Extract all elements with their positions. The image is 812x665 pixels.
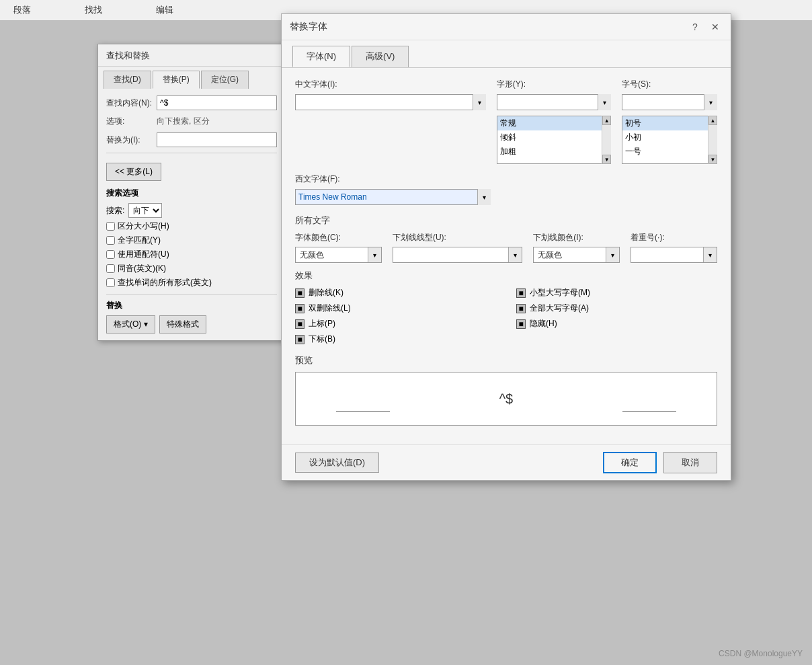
effect-all-caps[interactable]: ■ 全部大写字母(A) bbox=[516, 303, 717, 314]
font-color-dropdown[interactable]: 无颜色 ▾ bbox=[295, 247, 382, 263]
topbar-edit: 编辑 bbox=[156, 4, 173, 16]
cb-double-strikethrough-label: 双删除线(L) bbox=[309, 303, 351, 314]
checkbox-allforms[interactable]: 查找单词的所有形式(英文) bbox=[106, 277, 277, 288]
search-dropdown[interactable]: 向下 bbox=[128, 203, 162, 218]
underline-style-dropdown[interactable]: ▾ bbox=[393, 247, 522, 263]
find-replace-dialog: 查找和替换 查找(D) 替换(P) 定位(G) 查找内容(N): 选项: 向下搜… bbox=[97, 44, 286, 341]
dialog-tabs[interactable]: 字体(N) 高级(V) bbox=[282, 40, 731, 68]
dialog-titlebar: 替换字体 ? ✕ bbox=[282, 14, 731, 40]
checkbox-wildcard[interactable]: 使用通配符(U) bbox=[106, 249, 277, 260]
effect-subscript[interactable]: ■ 下标(B) bbox=[295, 334, 496, 345]
cb-strikethrough-label: 删除线(K) bbox=[309, 287, 343, 299]
replace-input[interactable] bbox=[157, 132, 277, 147]
search-options-title: 搜索选项 bbox=[106, 188, 277, 199]
ok-button[interactable]: 确定 bbox=[603, 452, 657, 473]
all-text-row: 字体颜色(C): 无颜色 ▾ 下划线线型(U): ▾ 下划线颜色(I): 无颜色 bbox=[295, 232, 717, 263]
style-dropdown-btn[interactable]: ▾ bbox=[598, 94, 611, 110]
search-options-section: 搜索选项 搜索: 向下 区分大小写(H) 全字匹配(Y) 使用通配符(U) bbox=[106, 188, 277, 288]
style-item-regular[interactable]: 常规 bbox=[497, 116, 610, 130]
cb-hidden[interactable]: ■ bbox=[516, 319, 526, 329]
tab-advanced[interactable]: 高级(V) bbox=[352, 46, 409, 67]
tab-replace[interactable]: 替换(P) bbox=[153, 71, 200, 89]
effects-grid: ■ 删除线(K) ■ 双删除线(L) ■ 上标(P) ■ 下标(B) bbox=[295, 287, 717, 345]
find-replace-tabs[interactable]: 查找(D) 替换(P) 定位(G) bbox=[98, 67, 285, 89]
font-color-label: 字体颜色(C): bbox=[295, 232, 382, 243]
style-group: 字形(Y): ▾ bbox=[497, 79, 611, 110]
dialog-content: 中文字体(I): ▾ 字形(Y): ▾ 字号(S): ▾ bbox=[282, 68, 731, 444]
effect-small-caps[interactable]: ■ 小型大写字母(M) bbox=[516, 287, 717, 299]
emphasis-label: 着重号(·): bbox=[631, 232, 717, 243]
format-button[interactable]: 格式(O) ▾ bbox=[106, 315, 155, 334]
dialog-title: 替换字体 bbox=[290, 21, 327, 33]
underline-style-dropdown-btn[interactable]: ▾ bbox=[508, 247, 522, 262]
style-item-bold[interactable]: 加粗 bbox=[497, 145, 610, 159]
style-scroll-up[interactable]: ▲ bbox=[602, 116, 611, 125]
effect-hidden[interactable]: ■ 隐藏(H) bbox=[516, 318, 717, 329]
size-input-wrap: ▾ bbox=[622, 94, 717, 110]
cn-font-input[interactable] bbox=[295, 94, 486, 110]
find-input[interactable] bbox=[157, 95, 277, 110]
size-item-yihao[interactable]: 一号 bbox=[622, 145, 717, 159]
style-scrollbar[interactable]: ▲ ▼ bbox=[602, 116, 611, 164]
cb-wholeword[interactable] bbox=[106, 236, 115, 245]
western-font-input[interactable] bbox=[295, 189, 491, 205]
preview-line-right bbox=[622, 411, 676, 412]
effect-strikethrough[interactable]: ■ 删除线(K) bbox=[295, 287, 496, 299]
style-input[interactable] bbox=[497, 94, 611, 110]
checkbox-homophones[interactable]: 同音(英文)(K) bbox=[106, 263, 277, 274]
emphasis-dropdown[interactable]: ▾ bbox=[631, 247, 717, 263]
emphasis-dropdown-btn[interactable]: ▾ bbox=[703, 247, 717, 262]
size-item-chuhao[interactable]: 初号 bbox=[622, 116, 717, 130]
replace-row: 替换为(I): bbox=[106, 132, 277, 147]
style-input-wrap: ▾ bbox=[497, 94, 611, 110]
cb-homophones[interactable] bbox=[106, 264, 115, 273]
set-default-button[interactable]: 设为默认值(D) bbox=[295, 453, 379, 473]
cb-superscript-label: 上标(P) bbox=[309, 318, 335, 329]
style-listbox[interactable]: 常规 倾斜 加粗 bbox=[497, 116, 611, 164]
preview-box: ^$ bbox=[295, 372, 717, 426]
size-input[interactable] bbox=[622, 94, 717, 110]
font-color-dropdown-btn[interactable]: ▾ bbox=[368, 247, 381, 262]
effect-double-strikethrough[interactable]: ■ 双删除线(L) bbox=[295, 303, 496, 314]
style-scroll-down[interactable]: ▼ bbox=[602, 155, 611, 164]
cancel-button[interactable]: 取消 bbox=[663, 452, 717, 473]
replace-label: 替换为(I): bbox=[106, 134, 157, 146]
style-scroll-track bbox=[602, 125, 611, 155]
effect-superscript[interactable]: ■ 上标(P) bbox=[295, 318, 496, 329]
cb-allforms[interactable] bbox=[106, 278, 115, 287]
emphasis-value bbox=[631, 253, 703, 256]
size-dropdown-btn[interactable]: ▾ bbox=[704, 94, 717, 110]
special-format-button[interactable]: 特殊格式 bbox=[159, 315, 206, 334]
cb-casesensitive-label: 区分大小写(H) bbox=[118, 221, 169, 232]
checkbox-wholeword[interactable]: 全字匹配(Y) bbox=[106, 235, 277, 246]
cb-casesensitive[interactable] bbox=[106, 222, 115, 231]
tab-find[interactable]: 查找(D) bbox=[104, 71, 151, 89]
tab-font[interactable]: 字体(N) bbox=[292, 46, 350, 67]
cb-small-caps[interactable]: ■ bbox=[516, 288, 526, 298]
cb-double-strikethrough[interactable]: ■ bbox=[295, 304, 304, 313]
size-scroll-down[interactable]: ▼ bbox=[708, 155, 717, 164]
western-font-dropdown-btn[interactable]: ▾ bbox=[477, 189, 491, 205]
help-button[interactable]: ? bbox=[688, 19, 702, 34]
cb-superscript[interactable]: ■ bbox=[295, 319, 304, 329]
size-scroll-up[interactable]: ▲ bbox=[708, 116, 717, 125]
cb-small-caps-label: 小型大写字母(M) bbox=[530, 287, 590, 299]
cb-all-caps[interactable]: ■ bbox=[516, 304, 526, 313]
style-item-italic[interactable]: 倾斜 bbox=[497, 130, 610, 145]
cn-font-label: 中文字体(I): bbox=[295, 79, 486, 90]
cb-subscript[interactable]: ■ bbox=[295, 335, 304, 344]
cn-font-dropdown-btn[interactable]: ▾ bbox=[473, 94, 486, 110]
underline-color-dropdown[interactable]: 无颜色 ▾ bbox=[533, 247, 620, 263]
cb-wildcard[interactable] bbox=[106, 250, 115, 259]
close-button[interactable]: ✕ bbox=[708, 19, 723, 34]
size-scrollbar[interactable]: ▲ ▼ bbox=[708, 116, 717, 164]
more-button[interactable]: << 更多(L) bbox=[106, 163, 161, 181]
underline-color-dropdown-btn[interactable]: ▾ bbox=[606, 247, 619, 262]
size-listbox[interactable]: 初号 小初 一号 bbox=[622, 116, 717, 164]
checkbox-casesensitive[interactable]: 区分大小写(H) bbox=[106, 221, 277, 232]
size-item-xiaochu[interactable]: 小初 bbox=[622, 130, 717, 145]
cb-strikethrough[interactable]: ■ bbox=[295, 288, 304, 298]
tab-goto[interactable]: 定位(G) bbox=[201, 71, 249, 89]
underline-color-label: 下划线颜色(I): bbox=[533, 232, 620, 243]
search-select-row[interactable]: 搜索: 向下 bbox=[106, 203, 277, 218]
